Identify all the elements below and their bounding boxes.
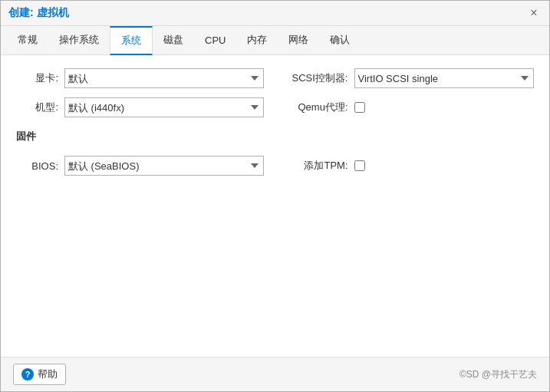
tab-general[interactable]: 常规: [7, 26, 48, 55]
firmware-section-row: 固件: [16, 126, 264, 147]
help-label: 帮助: [38, 367, 58, 381]
help-icon: ?: [21, 368, 34, 380]
title-bar: 创建: 虚拟机 ×: [1, 1, 549, 26]
tab-memory[interactable]: 内存: [236, 26, 278, 55]
close-button[interactable]: ×: [526, 5, 542, 21]
tab-disk[interactable]: 磁盘: [153, 26, 194, 55]
display-label: 显卡:: [16, 71, 58, 85]
bios-select[interactable]: 默认 (SeaBIOS): [64, 156, 264, 176]
tab-bar: 常规 操作系统 系统 磁盘 CPU 内存 网络 确认: [1, 26, 549, 55]
tab-cpu[interactable]: CPU: [194, 26, 236, 55]
qemu-checkbox[interactable]: [354, 102, 365, 113]
tpm-label: 添加TPM:: [287, 159, 348, 173]
form-grid: 显卡: 默认 机型: 默认 (i440fx) 固件: [16, 68, 534, 176]
scsi-label: SCSI控制器:: [287, 71, 348, 85]
footer-copyright: ©SD @寻找干艺夫: [459, 368, 537, 381]
type-row: 机型: 默认 (i440fx): [16, 97, 264, 118]
display-select[interactable]: 默认: [64, 68, 264, 88]
title-prefix: 创建:: [8, 6, 37, 18]
dialog-window: 创建: 虚拟机 × 常规 操作系统 系统 磁盘 CPU 内存 网络 确认 显卡:…: [0, 0, 550, 392]
title-name: 虚拟机: [37, 6, 69, 18]
qemu-row: Qemu代理:: [287, 97, 535, 118]
tab-confirm[interactable]: 确认: [319, 26, 361, 55]
tpm-row: 添加TPM:: [287, 155, 535, 176]
help-button[interactable]: ? 帮助: [13, 364, 66, 385]
scsi-select[interactable]: VirtIO SCSI single VirtIO SCSI LSI 53C89…: [354, 68, 535, 88]
type-label: 机型:: [16, 100, 58, 114]
tpm-checkbox-wrapper: [354, 160, 365, 171]
scsi-row: SCSI控制器: VirtIO SCSI single VirtIO SCSI …: [287, 68, 535, 89]
spacer-row: [287, 126, 535, 147]
tab-network[interactable]: 网络: [278, 26, 319, 55]
bios-label: BIOS:: [16, 160, 58, 172]
content-area: 显卡: 默认 机型: 默认 (i440fx) 固件: [1, 55, 549, 357]
display-row: 显卡: 默认: [16, 68, 264, 89]
qemu-checkbox-wrapper: [354, 102, 365, 113]
left-column: 显卡: 默认 机型: 默认 (i440fx) 固件: [16, 68, 264, 176]
firmware-section-title: 固件: [16, 127, 36, 147]
bios-row: BIOS: 默认 (SeaBIOS): [16, 155, 264, 176]
dialog-title: 创建: 虚拟机: [8, 6, 69, 20]
tab-system[interactable]: 系统: [110, 26, 153, 55]
type-select[interactable]: 默认 (i440fx): [64, 97, 264, 117]
footer: ? 帮助 ©SD @寻找干艺夫: [1, 357, 549, 391]
tab-os[interactable]: 操作系统: [48, 26, 110, 55]
qemu-label: Qemu代理:: [287, 100, 348, 114]
tpm-checkbox[interactable]: [354, 160, 365, 171]
right-column: SCSI控制器: VirtIO SCSI single VirtIO SCSI …: [287, 68, 535, 176]
